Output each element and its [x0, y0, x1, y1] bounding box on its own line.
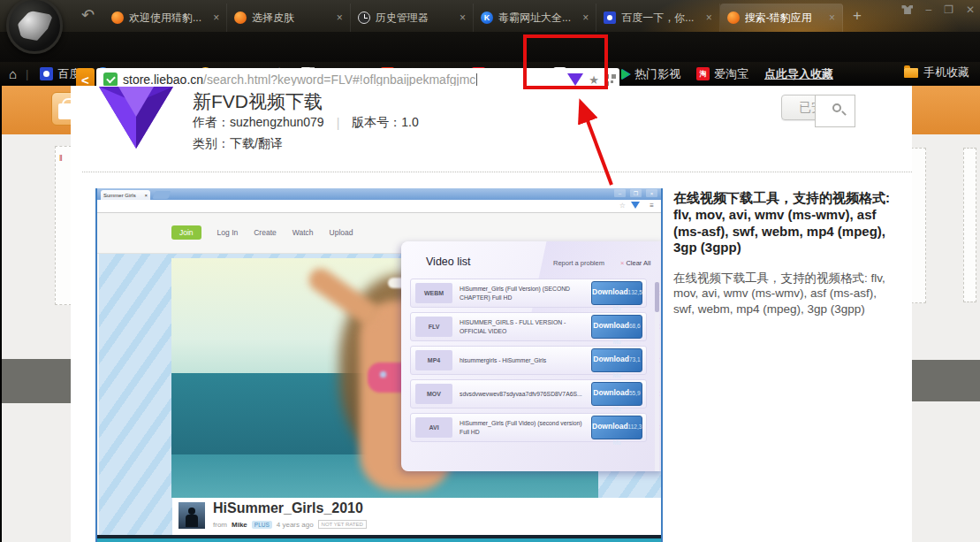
meta-age: 4 years ago	[277, 521, 314, 529]
extension-category: 类别：下载/翻译	[193, 136, 283, 152]
url-host: store.liebao.cn	[123, 73, 203, 87]
video-name: sdvsdvwevwev87sdyvaa7dfv976SD8V7A6S...	[452, 390, 591, 398]
download-label: Download	[592, 422, 628, 431]
hamburger-icon: ≡	[650, 202, 654, 210]
qr-code-icon[interactable]	[604, 74, 616, 86]
download-button: Download73,1 Mb	[591, 348, 642, 372]
bookmark-aitaobao[interactable]: 淘爱淘宝	[688, 66, 756, 82]
report-problem-link: Report a problem	[553, 259, 604, 267]
skin-icon[interactable]	[901, 5, 913, 14]
video-list-rows: WEBM HiSummer_Girls (Full Version) (SECO…	[410, 279, 647, 447]
video-list-title: Video list	[426, 256, 471, 268]
format-badge: MOV	[415, 384, 452, 404]
tab-close-icon[interactable]: ×	[829, 11, 835, 24]
download-label: Download	[593, 355, 629, 363]
video-name: hisummergirls - HiSummer_Girls	[452, 356, 591, 364]
left-edge	[0, 86, 2, 542]
video-name: HISUMMER_GIRLS - FULL VERSION - OFFICIAL…	[452, 318, 591, 334]
video-meta: from Mike PLUS 4 years ago NOT YET RATED	[213, 520, 367, 529]
fvd-extension-icon[interactable]	[567, 73, 583, 86]
page-dark-band-left	[0, 359, 71, 403]
video-row-mp4: MP4 hisummergirls - HiSummer_Girls Downl…	[410, 346, 647, 375]
tab-label: 选择皮肤	[252, 11, 330, 26]
tab-baidu[interactable]: 百度一下，你... ×	[596, 4, 719, 32]
tab-welcome[interactable]: 欢迎使用猎豹... ×	[104, 4, 227, 32]
bookmark-label: 点此导入收藏	[764, 66, 833, 82]
folder-icon	[904, 68, 918, 78]
maximize-icon: ❐	[630, 189, 642, 197]
tab-label: 欢迎使用猎豹...	[129, 11, 208, 26]
tab-close-icon[interactable]: ×	[582, 11, 589, 24]
minimize-button[interactable]: –	[925, 4, 931, 16]
extension-detail-panel: 新FVD视频下载 作者：suzhengzhun079 | 版本号：1.0 类别：…	[71, 86, 912, 542]
screenshot-tab-label: Summer Girls	[103, 193, 136, 198]
clear-all-link: ×Clear All	[620, 259, 650, 267]
liebao-logo[interactable]	[6, 0, 63, 54]
screenshot-tab: Summer Girls ×	[101, 190, 150, 200]
tab-search-liebao-apps-active[interactable]: 搜索-猎豹应用 ×	[720, 4, 843, 32]
tab-close-icon[interactable]: ×	[337, 11, 343, 24]
window-controls: – ❐ ✕	[901, 4, 975, 16]
store-page: 新FVD视频下载 作者：suzhengzhun079 | 版本号：1.0 类别：…	[0, 86, 980, 542]
liebao-favicon	[727, 11, 740, 24]
tab-close-icon[interactable]: ×	[460, 11, 466, 24]
close-button[interactable]: ✕	[966, 4, 975, 16]
meta-author: Mike	[232, 521, 247, 529]
screenshot-window-controls: – ❐ ×	[614, 189, 657, 197]
background-card-right-edge	[963, 148, 976, 302]
video-title: HiSummer_Girls_2010	[213, 500, 363, 516]
fvd-blue-icon	[631, 202, 640, 209]
play-icon	[621, 69, 630, 80]
description-normal: 在线视频下载工具，支持的视频格式: flv, mov, avi, wmv (ms…	[673, 271, 900, 317]
clear-all-label: Clear All	[626, 259, 650, 267]
video-row-webm: WEBM HiSummer_Girls (Full Version) (SECO…	[410, 279, 647, 308]
tab-history-manager[interactable]: 历史管理器 ×	[351, 4, 474, 32]
screenshot-titlebar	[97, 188, 661, 200]
bookmark-star-icon[interactable]: ★	[589, 73, 599, 87]
tab-close-icon[interactable]: ×	[706, 11, 712, 24]
new-tab-button[interactable]: +	[853, 7, 862, 25]
video-row-mov: MOV sdvsdvwevwev87sdyvaa7dfv976SD8V7A6S.…	[410, 379, 647, 408]
description-column: 在线视频下载工具，支持的视频格式: flv, mov, avi, wmv (ms…	[673, 190, 900, 317]
liebao-favicon	[111, 11, 124, 24]
mobile-favorites[interactable]: 手机收藏	[904, 65, 969, 80]
extension-meta: 作者：suzhengzhun079 | 版本号：1.0	[193, 115, 419, 131]
download-label: Download	[592, 287, 628, 296]
liebao-favicon	[234, 11, 247, 24]
rating-badge: NOT YET RATED	[318, 520, 367, 529]
uploader-avatar	[179, 502, 205, 529]
video-row-avi: AVI HiSummer_Girls (Full Video) (second …	[410, 413, 647, 442]
tab-close-icon[interactable]: ×	[213, 11, 219, 24]
address-bar-row: < store.liebao.cn/search.html?keyword=FL…	[0, 32, 980, 62]
screenshot-footer-teal	[97, 538, 661, 542]
download-label: Download	[593, 321, 629, 330]
format-badge: AVI	[415, 417, 452, 438]
tab-duba-sites[interactable]: K 毒霸网址大全... ×	[474, 4, 596, 32]
home-icon[interactable]: ⌂	[0, 66, 22, 81]
extension-screenshot: Summer Girls × – ❐ × ☆ ≡ Join	[95, 188, 663, 542]
magnifier-icon	[832, 103, 841, 112]
screenshot-newtab	[152, 191, 171, 199]
tab-choose-skin[interactable]: 选择皮肤 ×	[227, 4, 350, 32]
video-list-panel: Video list Report a problem ×Clear All W…	[401, 241, 663, 471]
bookmark-label: 热门影视	[634, 66, 680, 82]
screenshot-webpage: Join Log In Create Watch Upload	[97, 213, 661, 542]
download-button: Download55,9 Mb	[591, 382, 642, 406]
tab-strip: 欢迎使用猎豹... × 选择皮肤 × 历史管理器 × K 毒霸网址大全... ×…	[104, 4, 843, 32]
clear-x-icon: ×	[620, 259, 624, 267]
format-badge: WEBM	[415, 283, 452, 303]
extension-title: 新FVD视频下载	[193, 89, 323, 114]
tab-label: 搜索-猎豹应用	[745, 11, 824, 26]
maximize-button[interactable]: ❐	[944, 4, 953, 16]
tab-label: 百度一下，你...	[621, 11, 700, 26]
clock-favicon	[358, 11, 370, 24]
undo-icon[interactable]: ↶	[81, 5, 95, 25]
bookmark-hot-video[interactable]: 热门影视	[613, 66, 688, 82]
download-label: Download	[593, 388, 629, 397]
join-button: Join	[171, 225, 201, 240]
menu-login: Log In	[217, 228, 239, 237]
import-bookmarks-link[interactable]: 点此导入收藏	[756, 66, 841, 82]
lion-glyph	[18, 11, 53, 41]
plus-badge: PLUS	[252, 521, 272, 529]
tab-label: 毒霸网址大全...	[498, 11, 577, 26]
